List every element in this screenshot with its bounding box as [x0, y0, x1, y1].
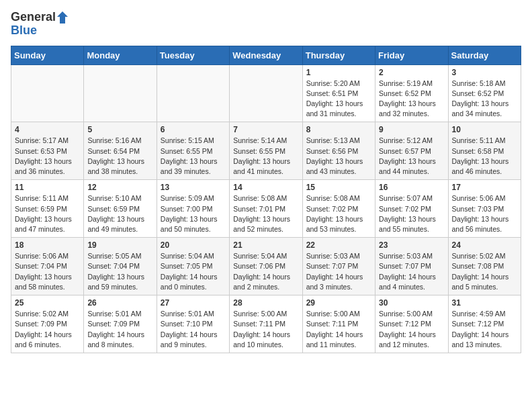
calendar-cell: 3Sunrise: 5:18 AM Sunset: 6:52 PM Daylig… [448, 64, 521, 122]
day-number: 20 [161, 240, 226, 250]
day-number: 17 [452, 183, 517, 192]
day-number: 23 [379, 240, 444, 250]
day-number: 24 [452, 240, 517, 250]
day-number: 14 [233, 183, 298, 192]
day-info: Sunrise: 5:08 AM Sunset: 7:01 PM Dayligh… [233, 193, 298, 234]
day-info: Sunrise: 5:09 AM Sunset: 7:00 PM Dayligh… [161, 193, 226, 234]
day-info: Sunrise: 5:06 AM Sunset: 7:03 PM Dayligh… [452, 193, 517, 234]
day-info: Sunrise: 5:02 AM Sunset: 7:08 PM Dayligh… [452, 251, 517, 292]
day-number: 16 [379, 183, 444, 192]
calendar-cell: 24Sunrise: 5:02 AM Sunset: 7:08 PM Dayli… [448, 238, 521, 295]
weekday-header-monday: Monday [84, 46, 157, 64]
day-number: 18 [15, 240, 80, 250]
day-info: Sunrise: 5:15 AM Sunset: 6:55 PM Dayligh… [161, 136, 226, 177]
calendar-cell: 25Sunrise: 5:02 AM Sunset: 7:09 PM Dayli… [11, 295, 84, 353]
calendar-cell: 11Sunrise: 5:11 AM Sunset: 6:59 PM Dayli… [11, 180, 84, 238]
calendar-cell: 10Sunrise: 5:11 AM Sunset: 6:58 PM Dayli… [448, 122, 521, 180]
day-info: Sunrise: 5:08 AM Sunset: 7:02 PM Dayligh… [306, 193, 371, 234]
day-info: Sunrise: 5:06 AM Sunset: 7:04 PM Dayligh… [15, 251, 80, 292]
day-number: 29 [306, 298, 371, 308]
calendar-cell: 18Sunrise: 5:06 AM Sunset: 7:04 PM Dayli… [11, 238, 84, 295]
page-header: GeneralBlue [11, 11, 521, 38]
weekday-header-saturday: Saturday [448, 46, 521, 64]
day-number: 19 [87, 240, 152, 250]
calendar-cell: 8Sunrise: 5:13 AM Sunset: 6:56 PM Daylig… [302, 122, 375, 180]
day-number: 15 [306, 183, 371, 192]
calendar-cell: 17Sunrise: 5:06 AM Sunset: 7:03 PM Dayli… [448, 180, 521, 238]
day-info: Sunrise: 5:14 AM Sunset: 6:55 PM Dayligh… [233, 136, 298, 177]
calendar-cell: 28Sunrise: 5:00 AM Sunset: 7:11 PM Dayli… [230, 295, 302, 353]
day-number: 4 [15, 125, 80, 134]
day-number: 3 [452, 68, 517, 77]
logo-general-text: General [11, 11, 56, 24]
day-info: Sunrise: 5:11 AM Sunset: 6:58 PM Dayligh… [452, 136, 517, 177]
day-info: Sunrise: 5:17 AM Sunset: 6:53 PM Dayligh… [15, 136, 80, 177]
week-row-3: 11Sunrise: 5:11 AM Sunset: 6:59 PM Dayli… [11, 180, 521, 238]
day-info: Sunrise: 5:19 AM Sunset: 6:52 PM Dayligh… [379, 79, 444, 120]
calendar-cell: 7Sunrise: 5:14 AM Sunset: 6:55 PM Daylig… [230, 122, 302, 180]
calendar-cell: 9Sunrise: 5:12 AM Sunset: 6:57 PM Daylig… [375, 122, 448, 180]
day-info: Sunrise: 5:01 AM Sunset: 7:09 PM Dayligh… [87, 309, 152, 350]
day-info: Sunrise: 5:16 AM Sunset: 6:54 PM Dayligh… [87, 136, 152, 177]
calendar-cell: 13Sunrise: 5:09 AM Sunset: 7:00 PM Dayli… [157, 180, 229, 238]
calendar-cell: 16Sunrise: 5:07 AM Sunset: 7:02 PM Dayli… [375, 180, 448, 238]
day-info: Sunrise: 5:18 AM Sunset: 6:52 PM Dayligh… [452, 79, 517, 120]
calendar-cell: 31Sunrise: 4:59 AM Sunset: 7:12 PM Dayli… [448, 295, 521, 353]
calendar-cell: 6Sunrise: 5:15 AM Sunset: 6:55 PM Daylig… [157, 122, 229, 180]
day-number: 6 [161, 125, 226, 134]
calendar-table: SundayMondayTuesdayWednesdayThursdayFrid… [11, 46, 521, 353]
calendar-cell: 29Sunrise: 5:00 AM Sunset: 7:11 PM Dayli… [302, 295, 375, 353]
calendar-cell: 15Sunrise: 5:08 AM Sunset: 7:02 PM Dayli… [302, 180, 375, 238]
day-info: Sunrise: 5:07 AM Sunset: 7:02 PM Dayligh… [379, 193, 444, 234]
weekday-header-sunday: Sunday [11, 46, 84, 64]
day-info: Sunrise: 5:11 AM Sunset: 6:59 PM Dayligh… [15, 193, 80, 234]
calendar-cell: 22Sunrise: 5:03 AM Sunset: 7:07 PM Dayli… [302, 238, 375, 295]
day-number: 31 [452, 298, 517, 308]
day-number: 28 [233, 298, 298, 308]
logo-blue-text: Blue [11, 24, 71, 38]
logo-arrow-icon [57, 11, 71, 24]
day-info: Sunrise: 5:10 AM Sunset: 6:59 PM Dayligh… [87, 193, 152, 234]
weekday-header-tuesday: Tuesday [157, 46, 229, 64]
day-number: 21 [233, 240, 298, 250]
calendar-cell: 23Sunrise: 5:03 AM Sunset: 7:07 PM Dayli… [375, 238, 448, 295]
day-number: 8 [306, 125, 371, 134]
day-number: 27 [161, 298, 226, 308]
calendar-cell: 14Sunrise: 5:08 AM Sunset: 7:01 PM Dayli… [230, 180, 302, 238]
day-number: 22 [306, 240, 371, 250]
day-info: Sunrise: 4:59 AM Sunset: 7:12 PM Dayligh… [452, 309, 517, 350]
day-info: Sunrise: 5:01 AM Sunset: 7:10 PM Dayligh… [161, 309, 226, 350]
weekday-header-thursday: Thursday [302, 46, 375, 64]
week-row-1: 1Sunrise: 5:20 AM Sunset: 6:51 PM Daylig… [11, 64, 521, 122]
calendar-cell: 4Sunrise: 5:17 AM Sunset: 6:53 PM Daylig… [11, 122, 84, 180]
day-number: 10 [452, 125, 517, 134]
calendar-cell: 30Sunrise: 5:00 AM Sunset: 7:12 PM Dayli… [375, 295, 448, 353]
calendar-cell: 27Sunrise: 5:01 AM Sunset: 7:10 PM Dayli… [157, 295, 229, 353]
calendar-cell: 20Sunrise: 5:04 AM Sunset: 7:05 PM Dayli… [157, 238, 229, 295]
calendar-cell [157, 64, 229, 122]
day-number: 26 [87, 298, 152, 308]
day-number: 12 [87, 183, 152, 192]
day-number: 30 [379, 298, 444, 308]
weekday-header-row: SundayMondayTuesdayWednesdayThursdayFrid… [11, 46, 521, 64]
calendar-cell [84, 64, 157, 122]
day-info: Sunrise: 5:05 AM Sunset: 7:04 PM Dayligh… [87, 251, 152, 292]
day-info: Sunrise: 5:20 AM Sunset: 6:51 PM Dayligh… [306, 79, 371, 120]
day-info: Sunrise: 5:00 AM Sunset: 7:11 PM Dayligh… [233, 309, 298, 350]
calendar-cell: 12Sunrise: 5:10 AM Sunset: 6:59 PM Dayli… [84, 180, 157, 238]
calendar-cell: 2Sunrise: 5:19 AM Sunset: 6:52 PM Daylig… [375, 64, 448, 122]
calendar-cell: 21Sunrise: 5:04 AM Sunset: 7:06 PM Dayli… [230, 238, 302, 295]
week-row-4: 18Sunrise: 5:06 AM Sunset: 7:04 PM Dayli… [11, 238, 521, 295]
day-number: 2 [379, 68, 444, 77]
day-number: 1 [306, 68, 371, 77]
svg-marker-0 [57, 11, 68, 24]
day-info: Sunrise: 5:03 AM Sunset: 7:07 PM Dayligh… [379, 251, 444, 292]
day-info: Sunrise: 5:00 AM Sunset: 7:11 PM Dayligh… [306, 309, 371, 350]
day-number: 9 [379, 125, 444, 134]
calendar-cell: 1Sunrise: 5:20 AM Sunset: 6:51 PM Daylig… [302, 64, 375, 122]
week-row-5: 25Sunrise: 5:02 AM Sunset: 7:09 PM Dayli… [11, 295, 521, 353]
day-info: Sunrise: 5:04 AM Sunset: 7:05 PM Dayligh… [161, 251, 226, 292]
day-number: 5 [87, 125, 152, 134]
day-info: Sunrise: 5:12 AM Sunset: 6:57 PM Dayligh… [379, 136, 444, 177]
logo: GeneralBlue [11, 11, 71, 38]
